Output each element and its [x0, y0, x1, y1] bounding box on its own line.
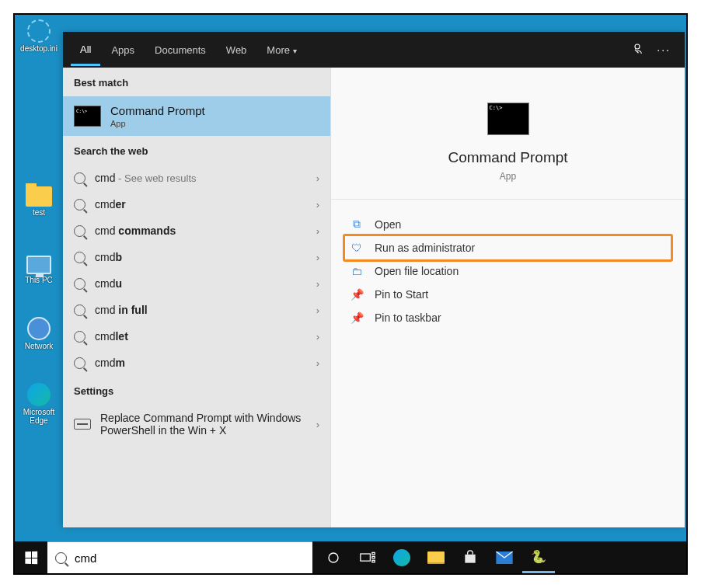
preview-subtitle: App [500, 171, 516, 182]
command-prompt-large-icon [487, 103, 529, 135]
task-mail[interactable] [488, 541, 521, 573]
action-open-label: Open [375, 218, 401, 231]
web-result-text: cmdu [95, 277, 307, 290]
desktop-area: desktop.ini test This PC Network Microso… [15, 15, 63, 573]
task-cortana[interactable] [317, 541, 350, 573]
search-icon [74, 199, 85, 210]
tab-all[interactable]: All [71, 34, 100, 66]
task-explorer[interactable] [420, 541, 452, 573]
chevron-right-icon: › [316, 278, 319, 290]
web-result-cmdm[interactable]: cmdm › [63, 350, 330, 376]
chevron-right-icon: › [316, 252, 319, 263]
chevron-right-icon: › [316, 419, 319, 430]
task-store[interactable] [454, 541, 487, 573]
action-open-file-location[interactable]: 🗀 Open file location [345, 259, 671, 283]
web-result-text: cmdm [95, 357, 307, 369]
web-result-text: cmd commands [95, 224, 307, 237]
web-result-text: cmd - See web results [95, 172, 307, 184]
pin-icon: 📌 [350, 311, 364, 324]
chevron-right-icon: › [316, 225, 319, 237]
folder-icon [26, 186, 52, 207]
globe-icon [27, 317, 51, 340]
results-pane: Best match Command Prompt App Search the… [63, 68, 330, 527]
search-icon [74, 252, 85, 263]
desktop-icon-thispc[interactable]: This PC [19, 256, 58, 284]
task-edge[interactable] [385, 541, 418, 573]
action-open-loc-label: Open file location [375, 265, 459, 277]
settings-result-text: Replace Command Prompt with Windows Powe… [100, 412, 307, 437]
section-best-match: Best match [63, 68, 330, 96]
web-result-cmder[interactable]: cmder › [63, 191, 330, 217]
web-result-cmd[interactable]: cmd - See web results › [63, 165, 330, 191]
web-result-cmdb[interactable]: cmdb › [63, 244, 330, 270]
search-icon [74, 225, 85, 237]
chevron-right-icon: › [316, 304, 319, 316]
edge-icon [27, 383, 51, 406]
tab-web[interactable]: Web [217, 35, 256, 64]
task-taskview[interactable] [351, 541, 384, 573]
settings-result-powershell[interactable]: Replace Command Prompt with Windows Powe… [63, 405, 330, 444]
search-icon [74, 172, 85, 184]
search-input[interactable] [75, 551, 305, 565]
feedback-icon[interactable] [630, 42, 644, 58]
web-result-text: cmdlet [95, 330, 307, 343]
best-match-subtitle: App [110, 119, 205, 128]
task-python[interactable]: 🐍 [522, 541, 555, 573]
action-open[interactable]: ⧉ Open [345, 212, 671, 236]
action-pin-start-label: Pin to Start [375, 288, 428, 301]
gear-icon [27, 19, 51, 43]
desktop-icon-desktopini[interactable]: desktop.ini [19, 19, 58, 53]
svg-rect-3 [372, 552, 375, 555]
search-icon [74, 304, 85, 316]
folder-open-icon: 🗀 [350, 265, 364, 277]
keyboard-icon [74, 419, 91, 430]
svg-rect-5 [372, 560, 375, 562]
search-topbar: All Apps Documents Web More ··· [63, 32, 685, 68]
chevron-right-icon: › [316, 172, 319, 184]
preview-pane: Command Prompt App ⧉ Open 🛡 Run as admin… [330, 68, 685, 527]
taskbar: 🐍 [15, 541, 686, 573]
section-settings: Settings [63, 376, 330, 405]
tab-more[interactable]: More [257, 35, 306, 64]
search-icon [55, 552, 67, 564]
search-icon [74, 278, 85, 290]
chevron-right-icon: › [316, 331, 319, 343]
start-search-panel: All Apps Documents Web More ··· Best mat… [63, 32, 685, 527]
web-result-cmdu[interactable]: cmdu › [63, 270, 330, 297]
svg-point-0 [635, 44, 640, 49]
desktop-icon-network[interactable]: Network [19, 317, 58, 350]
svg-rect-2 [361, 554, 371, 561]
action-run-admin-label: Run as administrator [375, 242, 475, 254]
tab-documents[interactable]: Documents [145, 35, 215, 64]
web-result-cmd-commands[interactable]: cmd commands › [63, 217, 330, 244]
svg-point-1 [329, 553, 338, 562]
computer-icon [26, 256, 51, 274]
command-prompt-icon [74, 106, 101, 127]
action-run-as-admin[interactable]: 🛡 Run as administrator [343, 234, 673, 262]
web-result-cmdlet[interactable]: cmdlet › [63, 323, 330, 350]
windows-logo-icon [25, 551, 37, 564]
chevron-right-icon: › [316, 199, 319, 210]
desktop-icon-edge[interactable]: Microsoft Edge [19, 383, 58, 425]
action-pin-to-start[interactable]: 📌 Pin to Start [345, 283, 671, 306]
best-match-title: Command Prompt [110, 104, 205, 117]
web-result-text: cmd in full [95, 304, 307, 316]
options-icon[interactable]: ··· [657, 43, 671, 56]
web-result-text: cmder [95, 198, 307, 210]
shield-icon: 🛡 [350, 242, 364, 254]
best-match-item[interactable]: Command Prompt App [63, 96, 330, 136]
taskbar-search-box[interactable] [47, 541, 312, 573]
search-icon [74, 331, 85, 343]
open-icon: ⧉ [350, 217, 364, 231]
desktop-icon-test[interactable]: test [19, 186, 58, 217]
chevron-right-icon: › [316, 357, 319, 369]
start-button[interactable] [15, 541, 47, 573]
action-pin-to-taskbar[interactable]: 📌 Pin to taskbar [345, 306, 671, 329]
section-search-web: Search the web [63, 136, 330, 165]
pin-icon: 📌 [350, 288, 364, 301]
action-pin-taskbar-label: Pin to taskbar [375, 311, 441, 324]
web-result-cmd-in-full[interactable]: cmd in full › [63, 297, 330, 323]
tab-apps[interactable]: Apps [102, 35, 144, 64]
search-icon [74, 357, 85, 369]
preview-title: Command Prompt [448, 149, 567, 166]
